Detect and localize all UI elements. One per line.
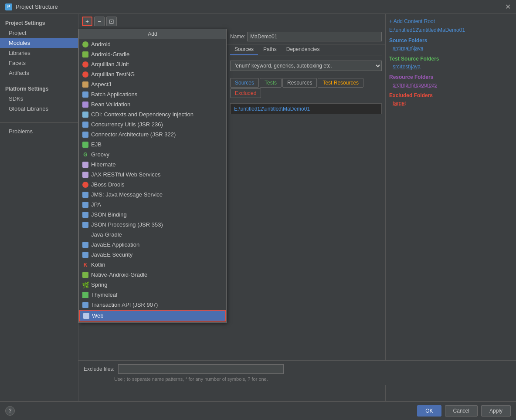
dropdown-item-groovy[interactable]: G Groovy (79, 149, 226, 159)
apply-button[interactable]: Apply (481, 405, 511, 417)
dropdown-item-javaee-app[interactable]: JavaEE Application (79, 240, 226, 250)
dropdown-item-batch[interactable]: Batch Applications (79, 89, 226, 99)
transaction-icon (82, 302, 88, 308)
aspectj-icon (82, 81, 88, 88)
exclude-hint: Use ; to separate name patterns, * for a… (84, 376, 511, 382)
sidebar-item-libraries[interactable]: Libraries (0, 48, 78, 58)
window-title: Project Structure (16, 3, 58, 10)
dropdown-item-cdi[interactable]: CDI: Contexts and Dependency Injection (79, 109, 226, 119)
close-button[interactable]: ✕ (505, 3, 511, 11)
dropdown-item-jpa[interactable]: JPA (79, 200, 226, 210)
dropdown-item-connector[interactable]: Connector Architecture (JSR 322) (79, 129, 226, 139)
dropdown-item-hibernate[interactable]: Hibernate (79, 159, 226, 169)
remove-button[interactable]: − (94, 17, 105, 26)
module-name-input[interactable] (247, 32, 382, 41)
source-tab-tests[interactable]: Tests (260, 78, 282, 88)
dropdown-item-android-gradle[interactable]: Android-Gradle (79, 49, 226, 59)
project-structure-window: P Project Structure ✕ Project Settings P… (0, 0, 516, 420)
dropdown-item-jax-restful[interactable]: JAX RESTful Web Services (79, 169, 226, 180)
test-source-folders-section: Test Source Folders src\test\java (389, 56, 513, 71)
dropdown-item-kotlin[interactable]: K Kotlin (79, 260, 226, 270)
tab-sources[interactable]: Sources (230, 44, 258, 55)
source-folder-path[interactable]: src\main\java (389, 44, 513, 52)
source-tab-excluded[interactable]: Excluded (230, 88, 261, 98)
source-tabs: Sources Tests Resources Test Resources E… (230, 78, 382, 98)
copy-button[interactable]: ⊡ (106, 17, 117, 26)
javaee-app-icon (82, 242, 88, 248)
dropdown-item-arquillian-junit[interactable]: Arquillian JUnit (79, 59, 226, 69)
ejb-icon (82, 142, 88, 148)
tab-paths[interactable]: Paths (259, 44, 281, 55)
dropdown-item-ejb[interactable]: EJB (79, 139, 226, 149)
dropdown-item-javaee-security[interactable]: JavaEE Security (79, 250, 226, 260)
dropdown-item-arquillian-testng[interactable]: Arquillian TestNG (79, 69, 226, 79)
sidebar-item-sdks[interactable]: SDKs (0, 94, 78, 104)
spring-icon: 🌿 (82, 282, 88, 288)
sidebar-item-problems[interactable]: Problems (0, 126, 78, 136)
content-root-path: E:\untitled12\untitled\MaDemo01 (389, 25, 513, 35)
hibernate-icon (82, 162, 88, 168)
kotlin-icon: K (82, 262, 88, 268)
cancel-button[interactable]: Cancel (445, 405, 478, 417)
groovy-icon: G (82, 152, 88, 158)
dropdown-item-web[interactable]: Web (79, 310, 226, 322)
source-tab-test-resources[interactable]: Test Resources (318, 78, 363, 88)
content-area: + − ⊡ Add Android And (78, 14, 516, 401)
sdk-area: 'enum' keyword, generics, autoboxing etc… (227, 59, 385, 76)
sidebar-item-project[interactable]: Project (0, 28, 78, 38)
dropdown-item-bean-validation[interactable]: Bean Validation (79, 99, 226, 109)
dropdown-item-thymeleaf[interactable]: Thymeleaf (79, 290, 226, 300)
dropdown-scroll[interactable]: Android Android-Gradle Arquillian JUnit (79, 39, 226, 322)
json-processing-icon (82, 222, 88, 228)
dropdown-item-jms[interactable]: JMS: Java Message Service (79, 190, 226, 200)
exclude-row: Exclude files: (84, 364, 511, 374)
center-panel: + − ⊡ Add Android And (78, 14, 385, 401)
source-tab-sources[interactable]: Sources (230, 78, 259, 88)
exclude-input[interactable] (118, 364, 284, 374)
dropdown-item-native[interactable]: Native-Android-Gradle (79, 270, 226, 280)
add-button[interactable]: + (82, 17, 92, 26)
resource-folders-title: Resource Folders (389, 74, 513, 80)
excluded-folders-section: Excluded Folders target (389, 92, 513, 107)
native-android-icon (82, 272, 88, 278)
excluded-folders-title: Excluded Folders (389, 92, 513, 98)
help-button[interactable]: ? (5, 406, 15, 416)
tab-dependencies[interactable]: Dependencies (282, 44, 324, 55)
test-source-folder-path[interactable]: src\test\java (389, 63, 513, 71)
dropdown-item-json-processing[interactable]: JSON Processing (JSR 353) (79, 220, 226, 230)
selected-path: E:\untitled12\untitled\MaDemo01 (230, 103, 382, 114)
dropdown-item-spring[interactable]: 🌿 Spring (79, 280, 226, 290)
tabs-bar: Sources Paths Dependencies (230, 44, 382, 55)
excluded-folder-path[interactable]: target (389, 99, 513, 107)
sidebar-item-facets[interactable]: Facets (0, 58, 78, 68)
resource-folders-section: Resource Folders src\main\resources (389, 74, 513, 89)
dropdown-item-android[interactable]: Android (79, 39, 226, 49)
toolbar: + − ⊡ Add Android And (78, 14, 385, 29)
module-tabs-bar: Sources Paths Dependencies (227, 44, 385, 59)
arquillian-testng-icon (82, 71, 88, 78)
jpa-icon (82, 202, 88, 208)
dropdown-item-transaction[interactable]: Transaction API (JSR 907) (79, 300, 226, 310)
add-content-root-btn[interactable]: + Add Content Root (389, 17, 513, 25)
sidebar-item-global-libraries[interactable]: Global Libraries (0, 104, 78, 114)
dropdown-item-webservices[interactable]: WebServices Client (79, 322, 226, 322)
sidebar: Project Settings Project Modules Librari… (0, 14, 78, 401)
exclude-label: Exclude files: (84, 366, 115, 372)
jax-restful-icon (82, 172, 88, 178)
dropdown-item-java-gradle[interactable]: Java-Gradle (79, 230, 226, 240)
sidebar-item-artifacts[interactable]: Artifacts (0, 68, 78, 78)
dropdown-item-jboss[interactable]: JBoss Drools (79, 180, 226, 190)
dropdown-item-aspectj[interactable]: AspectJ (79, 79, 226, 89)
dropdown-item-concurrency[interactable]: Concurrency Utils (JSR 236) (79, 119, 226, 129)
source-tab-resources[interactable]: Resources (282, 78, 317, 88)
android-icon (82, 41, 88, 47)
connector-icon (82, 132, 88, 138)
bean-validation-icon (82, 102, 88, 108)
jms-icon (82, 192, 88, 198)
batch-icon (82, 91, 88, 98)
resource-folder-path[interactable]: src\main\resources (389, 81, 513, 89)
dropdown-item-json-binding[interactable]: JSON Binding (79, 210, 226, 220)
sidebar-item-modules[interactable]: Modules (0, 38, 78, 48)
sdk-select[interactable]: 'enum' keyword, generics, autoboxing etc… (230, 61, 382, 71)
ok-button[interactable]: OK (417, 405, 441, 417)
